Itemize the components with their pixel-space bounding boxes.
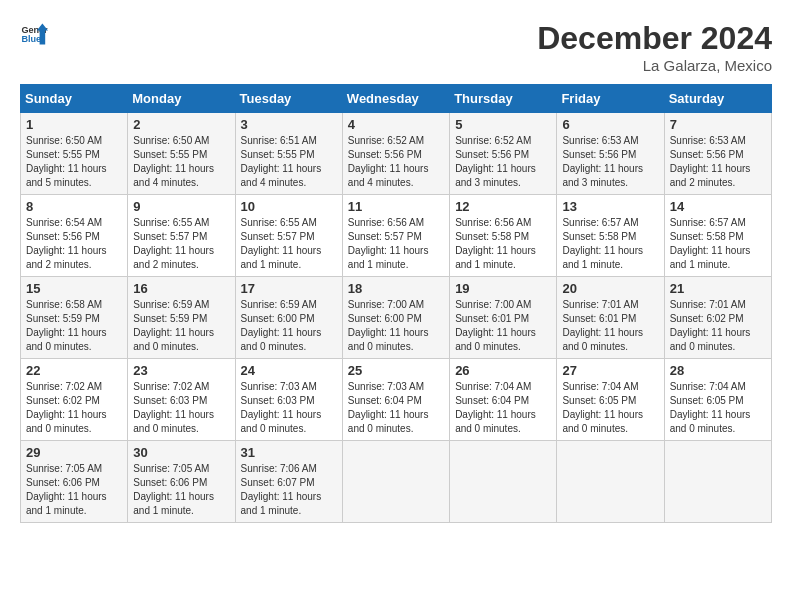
calendar-cell: 7Sunrise: 6:53 AM Sunset: 5:56 PM Daylig…	[664, 113, 771, 195]
calendar-table: SundayMondayTuesdayWednesdayThursdayFrid…	[20, 84, 772, 523]
calendar-cell: 30Sunrise: 7:05 AM Sunset: 6:06 PM Dayli…	[128, 441, 235, 523]
day-info: Sunrise: 7:04 AM Sunset: 6:04 PM Dayligh…	[455, 380, 551, 436]
day-info: Sunrise: 6:53 AM Sunset: 5:56 PM Dayligh…	[562, 134, 658, 190]
day-number: 7	[670, 117, 766, 132]
day-info: Sunrise: 6:52 AM Sunset: 5:56 PM Dayligh…	[455, 134, 551, 190]
calendar-week-row: 1Sunrise: 6:50 AM Sunset: 5:55 PM Daylig…	[21, 113, 772, 195]
weekday-header-wednesday: Wednesday	[342, 85, 449, 113]
day-number: 23	[133, 363, 229, 378]
day-number: 3	[241, 117, 337, 132]
day-info: Sunrise: 6:55 AM Sunset: 5:57 PM Dayligh…	[241, 216, 337, 272]
calendar-cell: 9Sunrise: 6:55 AM Sunset: 5:57 PM Daylig…	[128, 195, 235, 277]
day-info: Sunrise: 7:02 AM Sunset: 6:03 PM Dayligh…	[133, 380, 229, 436]
calendar-cell: 2Sunrise: 6:50 AM Sunset: 5:55 PM Daylig…	[128, 113, 235, 195]
day-number: 24	[241, 363, 337, 378]
weekday-header-sunday: Sunday	[21, 85, 128, 113]
logo: General Blue	[20, 20, 52, 48]
calendar-cell: 10Sunrise: 6:55 AM Sunset: 5:57 PM Dayli…	[235, 195, 342, 277]
day-number: 30	[133, 445, 229, 460]
day-number: 16	[133, 281, 229, 296]
calendar-cell: 4Sunrise: 6:52 AM Sunset: 5:56 PM Daylig…	[342, 113, 449, 195]
calendar-cell: 26Sunrise: 7:04 AM Sunset: 6:04 PM Dayli…	[450, 359, 557, 441]
day-info: Sunrise: 7:01 AM Sunset: 6:01 PM Dayligh…	[562, 298, 658, 354]
calendar-week-row: 22Sunrise: 7:02 AM Sunset: 6:02 PM Dayli…	[21, 359, 772, 441]
weekday-header-row: SundayMondayTuesdayWednesdayThursdayFrid…	[21, 85, 772, 113]
day-info: Sunrise: 7:06 AM Sunset: 6:07 PM Dayligh…	[241, 462, 337, 518]
day-number: 15	[26, 281, 122, 296]
calendar-cell: 1Sunrise: 6:50 AM Sunset: 5:55 PM Daylig…	[21, 113, 128, 195]
day-info: Sunrise: 6:59 AM Sunset: 6:00 PM Dayligh…	[241, 298, 337, 354]
day-info: Sunrise: 6:59 AM Sunset: 5:59 PM Dayligh…	[133, 298, 229, 354]
calendar-cell: 13Sunrise: 6:57 AM Sunset: 5:58 PM Dayli…	[557, 195, 664, 277]
day-number: 12	[455, 199, 551, 214]
calendar-cell: 25Sunrise: 7:03 AM Sunset: 6:04 PM Dayli…	[342, 359, 449, 441]
calendar-cell	[342, 441, 449, 523]
day-number: 9	[133, 199, 229, 214]
day-info: Sunrise: 6:51 AM Sunset: 5:55 PM Dayligh…	[241, 134, 337, 190]
day-number: 21	[670, 281, 766, 296]
weekday-header-monday: Monday	[128, 85, 235, 113]
day-number: 8	[26, 199, 122, 214]
day-number: 31	[241, 445, 337, 460]
day-info: Sunrise: 6:54 AM Sunset: 5:56 PM Dayligh…	[26, 216, 122, 272]
calendar-cell: 23Sunrise: 7:02 AM Sunset: 6:03 PM Dayli…	[128, 359, 235, 441]
day-info: Sunrise: 6:56 AM Sunset: 5:57 PM Dayligh…	[348, 216, 444, 272]
svg-text:Blue: Blue	[21, 34, 41, 44]
day-number: 19	[455, 281, 551, 296]
day-number: 2	[133, 117, 229, 132]
day-number: 25	[348, 363, 444, 378]
day-info: Sunrise: 6:57 AM Sunset: 5:58 PM Dayligh…	[670, 216, 766, 272]
weekday-header-thursday: Thursday	[450, 85, 557, 113]
day-number: 29	[26, 445, 122, 460]
general-blue-logo-icon: General Blue	[20, 20, 48, 48]
weekday-header-friday: Friday	[557, 85, 664, 113]
day-number: 22	[26, 363, 122, 378]
day-info: Sunrise: 7:05 AM Sunset: 6:06 PM Dayligh…	[26, 462, 122, 518]
page-header: General Blue December 2024 La Galarza, M…	[20, 20, 772, 74]
location-title: La Galarza, Mexico	[537, 57, 772, 74]
calendar-week-row: 8Sunrise: 6:54 AM Sunset: 5:56 PM Daylig…	[21, 195, 772, 277]
day-number: 10	[241, 199, 337, 214]
day-info: Sunrise: 6:57 AM Sunset: 5:58 PM Dayligh…	[562, 216, 658, 272]
calendar-cell: 6Sunrise: 6:53 AM Sunset: 5:56 PM Daylig…	[557, 113, 664, 195]
calendar-cell: 8Sunrise: 6:54 AM Sunset: 5:56 PM Daylig…	[21, 195, 128, 277]
day-number: 28	[670, 363, 766, 378]
day-number: 5	[455, 117, 551, 132]
day-info: Sunrise: 7:04 AM Sunset: 6:05 PM Dayligh…	[670, 380, 766, 436]
weekday-header-saturday: Saturday	[664, 85, 771, 113]
calendar-cell: 3Sunrise: 6:51 AM Sunset: 5:55 PM Daylig…	[235, 113, 342, 195]
calendar-cell: 16Sunrise: 6:59 AM Sunset: 5:59 PM Dayli…	[128, 277, 235, 359]
day-info: Sunrise: 6:52 AM Sunset: 5:56 PM Dayligh…	[348, 134, 444, 190]
calendar-week-row: 15Sunrise: 6:58 AM Sunset: 5:59 PM Dayli…	[21, 277, 772, 359]
calendar-cell: 27Sunrise: 7:04 AM Sunset: 6:05 PM Dayli…	[557, 359, 664, 441]
calendar-cell: 12Sunrise: 6:56 AM Sunset: 5:58 PM Dayli…	[450, 195, 557, 277]
calendar-cell	[450, 441, 557, 523]
day-number: 27	[562, 363, 658, 378]
day-info: Sunrise: 7:00 AM Sunset: 6:00 PM Dayligh…	[348, 298, 444, 354]
day-info: Sunrise: 6:50 AM Sunset: 5:55 PM Dayligh…	[133, 134, 229, 190]
day-number: 14	[670, 199, 766, 214]
day-info: Sunrise: 6:55 AM Sunset: 5:57 PM Dayligh…	[133, 216, 229, 272]
calendar-cell: 28Sunrise: 7:04 AM Sunset: 6:05 PM Dayli…	[664, 359, 771, 441]
day-info: Sunrise: 7:00 AM Sunset: 6:01 PM Dayligh…	[455, 298, 551, 354]
calendar-cell: 20Sunrise: 7:01 AM Sunset: 6:01 PM Dayli…	[557, 277, 664, 359]
day-info: Sunrise: 7:02 AM Sunset: 6:02 PM Dayligh…	[26, 380, 122, 436]
calendar-cell: 11Sunrise: 6:56 AM Sunset: 5:57 PM Dayli…	[342, 195, 449, 277]
month-title: December 2024	[537, 20, 772, 57]
calendar-cell: 24Sunrise: 7:03 AM Sunset: 6:03 PM Dayli…	[235, 359, 342, 441]
weekday-header-tuesday: Tuesday	[235, 85, 342, 113]
calendar-cell	[664, 441, 771, 523]
day-info: Sunrise: 6:50 AM Sunset: 5:55 PM Dayligh…	[26, 134, 122, 190]
day-info: Sunrise: 6:58 AM Sunset: 5:59 PM Dayligh…	[26, 298, 122, 354]
title-section: December 2024 La Galarza, Mexico	[537, 20, 772, 74]
day-number: 6	[562, 117, 658, 132]
calendar-cell: 22Sunrise: 7:02 AM Sunset: 6:02 PM Dayli…	[21, 359, 128, 441]
day-number: 18	[348, 281, 444, 296]
day-info: Sunrise: 7:03 AM Sunset: 6:04 PM Dayligh…	[348, 380, 444, 436]
day-number: 1	[26, 117, 122, 132]
day-number: 20	[562, 281, 658, 296]
calendar-cell: 5Sunrise: 6:52 AM Sunset: 5:56 PM Daylig…	[450, 113, 557, 195]
calendar-cell: 31Sunrise: 7:06 AM Sunset: 6:07 PM Dayli…	[235, 441, 342, 523]
calendar-cell	[557, 441, 664, 523]
day-info: Sunrise: 7:04 AM Sunset: 6:05 PM Dayligh…	[562, 380, 658, 436]
